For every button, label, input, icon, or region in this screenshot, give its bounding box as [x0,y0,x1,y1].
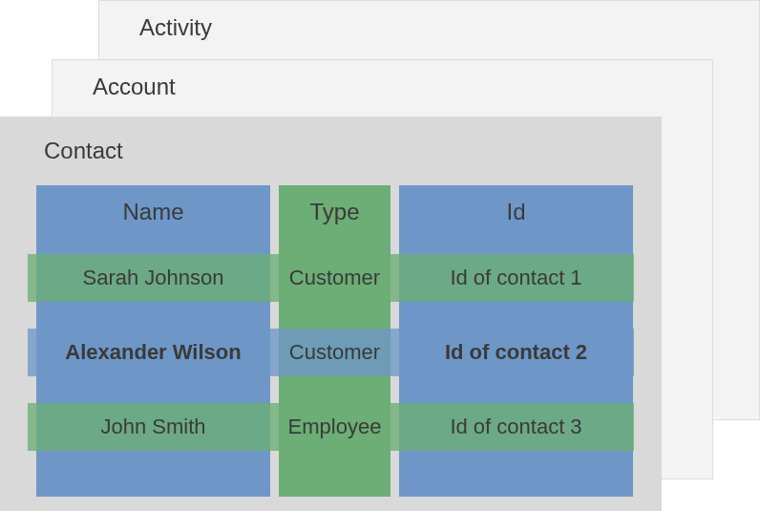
cell-type: Employee [279,403,391,451]
cell-type: Customer [279,329,391,376]
cell-name: Sarah Johnson [36,254,270,302]
column-header-name: Name [36,199,270,225]
panel-contact: Contact Name Type Id Sarah Johnson Custo… [0,117,662,511]
cell-type: Customer [279,254,391,302]
panel-contact-title: Contact [44,138,123,164]
column-header-type: Type [279,199,391,225]
column-header-id: Id [399,199,633,225]
cell-id: Id of contact 1 [399,254,633,302]
cell-name: Alexander Wilson [36,329,270,376]
panel-account-title: Account [93,74,176,100]
cell-name: John Smith [36,403,270,451]
cell-id: Id of contact 2 [399,329,633,376]
panel-activity-title: Activity [139,14,212,41]
cell-id: Id of contact 3 [399,403,633,451]
